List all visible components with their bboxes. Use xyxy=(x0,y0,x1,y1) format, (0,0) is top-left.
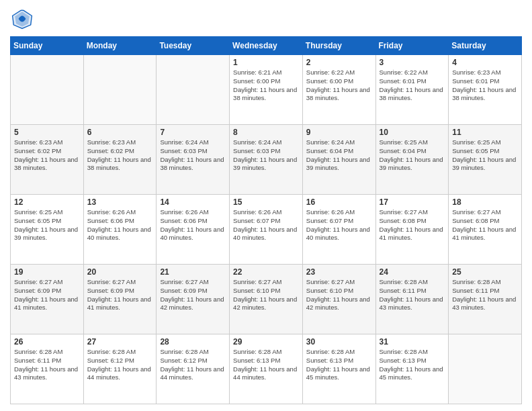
calendar-table: SundayMondayTuesdayWednesdayThursdayFrid… xyxy=(10,36,522,404)
day-info: Sunrise: 6:22 AMSunset: 6:01 PMDaylight:… xyxy=(380,68,445,103)
day-number: 6 xyxy=(87,128,153,137)
day-info: Sunrise: 6:27 AMSunset: 6:09 PMDaylight:… xyxy=(87,278,153,312)
day-info: Sunrise: 6:23 AMSunset: 6:01 PMDaylight:… xyxy=(452,68,518,103)
day-number: 9 xyxy=(306,128,372,137)
day-number: 11 xyxy=(452,128,518,137)
day-info: Sunrise: 6:27 AMSunset: 6:10 PMDaylight:… xyxy=(233,278,299,312)
day-number: 17 xyxy=(380,197,445,207)
day-info: Sunrise: 6:28 AMSunset: 6:11 PMDaylight:… xyxy=(452,278,518,312)
weekday-header-friday: Friday xyxy=(375,37,449,55)
calendar-day-cell: 17Sunrise: 6:27 AMSunset: 6:08 PMDayligh… xyxy=(375,195,449,265)
calendar-day-cell: 12Sunrise: 6:25 AMSunset: 6:05 PMDayligh… xyxy=(11,195,84,265)
calendar-day-cell: 28Sunrise: 6:28 AMSunset: 6:12 PMDayligh… xyxy=(157,334,230,404)
calendar-day-cell: 31Sunrise: 6:28 AMSunset: 6:13 PMDayligh… xyxy=(375,334,449,404)
weekday-header-tuesday: Tuesday xyxy=(157,37,230,55)
calendar-day-cell: 5Sunrise: 6:23 AMSunset: 6:02 PMDaylight… xyxy=(11,125,84,195)
day-number: 15 xyxy=(233,197,299,207)
logo xyxy=(10,7,37,31)
day-info: Sunrise: 6:23 AMSunset: 6:02 PMDaylight:… xyxy=(87,138,153,173)
calendar-day-cell: 25Sunrise: 6:28 AMSunset: 6:11 PMDayligh… xyxy=(449,265,522,334)
calendar-day-cell: 15Sunrise: 6:26 AMSunset: 6:07 PMDayligh… xyxy=(230,195,303,265)
day-number: 21 xyxy=(160,267,226,277)
calendar-day-cell: 4Sunrise: 6:23 AMSunset: 6:01 PMDaylight… xyxy=(449,55,522,125)
day-number: 24 xyxy=(380,267,445,277)
calendar-page: SundayMondayTuesdayWednesdayThursdayFrid… xyxy=(0,0,532,411)
day-number: 12 xyxy=(14,197,80,207)
day-info: Sunrise: 6:22 AMSunset: 6:00 PMDaylight:… xyxy=(306,68,372,103)
day-number: 19 xyxy=(14,267,80,277)
day-number: 18 xyxy=(452,197,518,207)
day-number: 3 xyxy=(380,58,445,67)
calendar-day-cell: 30Sunrise: 6:28 AMSunset: 6:13 PMDayligh… xyxy=(302,334,375,404)
calendar-day-cell: 21Sunrise: 6:27 AMSunset: 6:09 PMDayligh… xyxy=(157,265,230,334)
calendar-day-cell: 27Sunrise: 6:28 AMSunset: 6:12 PMDayligh… xyxy=(83,334,157,404)
calendar-day-cell: 11Sunrise: 6:25 AMSunset: 6:05 PMDayligh… xyxy=(449,125,522,195)
day-number: 26 xyxy=(14,337,80,347)
day-info: Sunrise: 6:26 AMSunset: 6:07 PMDaylight:… xyxy=(306,208,372,242)
day-info: Sunrise: 6:25 AMSunset: 6:04 PMDaylight:… xyxy=(380,138,445,173)
day-info: Sunrise: 6:26 AMSunset: 6:07 PMDaylight:… xyxy=(233,208,299,242)
day-number: 4 xyxy=(452,58,518,67)
day-info: Sunrise: 6:26 AMSunset: 6:06 PMDaylight:… xyxy=(160,208,226,242)
calendar-day-cell: 20Sunrise: 6:27 AMSunset: 6:09 PMDayligh… xyxy=(83,265,157,334)
calendar-week-row: 1Sunrise: 6:21 AMSunset: 6:00 PMDaylight… xyxy=(11,55,522,125)
day-info: Sunrise: 6:24 AMSunset: 6:03 PMDaylight:… xyxy=(160,138,226,173)
day-number: 23 xyxy=(306,267,372,277)
day-number: 13 xyxy=(87,197,153,207)
calendar-day-cell: 3Sunrise: 6:22 AMSunset: 6:01 PMDaylight… xyxy=(375,55,449,125)
day-info: Sunrise: 6:25 AMSunset: 6:05 PMDaylight:… xyxy=(14,208,80,242)
day-info: Sunrise: 6:27 AMSunset: 6:10 PMDaylight:… xyxy=(306,278,372,312)
logo-icon xyxy=(10,7,34,31)
day-number: 2 xyxy=(306,58,372,67)
day-info: Sunrise: 6:28 AMSunset: 6:13 PMDaylight:… xyxy=(306,348,372,382)
calendar-day-cell: 22Sunrise: 6:27 AMSunset: 6:10 PMDayligh… xyxy=(230,265,303,334)
day-info: Sunrise: 6:28 AMSunset: 6:12 PMDaylight:… xyxy=(160,348,226,382)
weekday-header-thursday: Thursday xyxy=(302,37,375,55)
calendar-day-cell: 6Sunrise: 6:23 AMSunset: 6:02 PMDaylight… xyxy=(83,125,157,195)
day-number: 30 xyxy=(306,337,372,347)
day-info: Sunrise: 6:23 AMSunset: 6:02 PMDaylight:… xyxy=(14,138,80,173)
day-number: 22 xyxy=(233,267,299,277)
day-number: 20 xyxy=(87,267,153,277)
calendar-day-cell xyxy=(157,55,230,125)
weekday-header-saturday: Saturday xyxy=(449,37,522,55)
calendar-day-cell: 7Sunrise: 6:24 AMSunset: 6:03 PMDaylight… xyxy=(157,125,230,195)
day-info: Sunrise: 6:26 AMSunset: 6:06 PMDaylight:… xyxy=(87,208,153,242)
calendar-week-row: 26Sunrise: 6:28 AMSunset: 6:11 PMDayligh… xyxy=(11,334,522,404)
day-info: Sunrise: 6:24 AMSunset: 6:04 PMDaylight:… xyxy=(306,138,372,173)
calendar-day-cell: 26Sunrise: 6:28 AMSunset: 6:11 PMDayligh… xyxy=(11,334,84,404)
calendar-day-cell: 8Sunrise: 6:24 AMSunset: 6:03 PMDaylight… xyxy=(230,125,303,195)
day-info: Sunrise: 6:28 AMSunset: 6:11 PMDaylight:… xyxy=(14,348,80,382)
day-number: 10 xyxy=(380,128,445,137)
calendar-day-cell: 24Sunrise: 6:28 AMSunset: 6:11 PMDayligh… xyxy=(375,265,449,334)
day-info: Sunrise: 6:21 AMSunset: 6:00 PMDaylight:… xyxy=(233,68,299,103)
weekday-header-wednesday: Wednesday xyxy=(230,37,303,55)
day-info: Sunrise: 6:27 AMSunset: 6:08 PMDaylight:… xyxy=(380,208,445,242)
calendar-day-cell: 2Sunrise: 6:22 AMSunset: 6:00 PMDaylight… xyxy=(302,55,375,125)
calendar-week-row: 12Sunrise: 6:25 AMSunset: 6:05 PMDayligh… xyxy=(11,195,522,265)
day-info: Sunrise: 6:27 AMSunset: 6:09 PMDaylight:… xyxy=(14,278,80,312)
header xyxy=(10,7,522,31)
day-number: 1 xyxy=(233,58,299,67)
calendar-day-cell: 10Sunrise: 6:25 AMSunset: 6:04 PMDayligh… xyxy=(375,125,449,195)
day-info: Sunrise: 6:28 AMSunset: 6:13 PMDaylight:… xyxy=(380,348,445,382)
day-info: Sunrise: 6:27 AMSunset: 6:08 PMDaylight:… xyxy=(452,208,518,242)
calendar-day-cell xyxy=(83,55,157,125)
weekday-header-sunday: Sunday xyxy=(11,37,84,55)
day-info: Sunrise: 6:28 AMSunset: 6:13 PMDaylight:… xyxy=(233,348,299,382)
weekday-header-monday: Monday xyxy=(83,37,157,55)
calendar-day-cell: 19Sunrise: 6:27 AMSunset: 6:09 PMDayligh… xyxy=(11,265,84,334)
calendar-day-cell: 29Sunrise: 6:28 AMSunset: 6:13 PMDayligh… xyxy=(230,334,303,404)
day-info: Sunrise: 6:27 AMSunset: 6:09 PMDaylight:… xyxy=(160,278,226,312)
calendar-day-cell: 9Sunrise: 6:24 AMSunset: 6:04 PMDaylight… xyxy=(302,125,375,195)
day-number: 5 xyxy=(14,128,80,137)
day-number: 14 xyxy=(160,197,226,207)
calendar-day-cell xyxy=(449,334,522,404)
day-number: 31 xyxy=(380,337,445,347)
calendar-day-cell: 14Sunrise: 6:26 AMSunset: 6:06 PMDayligh… xyxy=(157,195,230,265)
calendar-day-cell: 18Sunrise: 6:27 AMSunset: 6:08 PMDayligh… xyxy=(449,195,522,265)
day-number: 29 xyxy=(233,337,299,347)
day-info: Sunrise: 6:28 AMSunset: 6:12 PMDaylight:… xyxy=(87,348,153,382)
weekday-header-row: SundayMondayTuesdayWednesdayThursdayFrid… xyxy=(11,37,522,55)
calendar-week-row: 19Sunrise: 6:27 AMSunset: 6:09 PMDayligh… xyxy=(11,265,522,334)
